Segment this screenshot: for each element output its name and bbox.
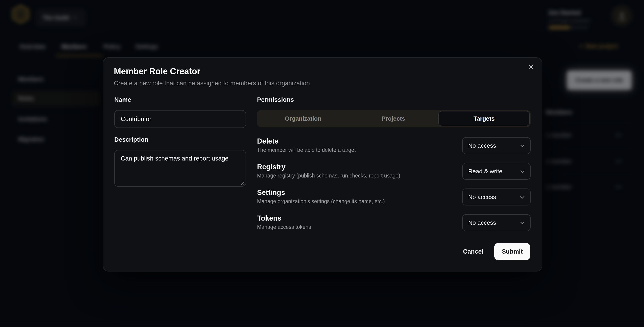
permission-title: Registry xyxy=(257,163,400,171)
cancel-button[interactable]: Cancel xyxy=(463,248,483,255)
permission-row-tokens: Tokens Manage access tokens No access xyxy=(257,214,530,231)
app-screen: The Guild Get Started 4 of 8 tasks compl… xyxy=(0,0,644,327)
close-icon[interactable]: ✕ xyxy=(528,64,534,70)
delete-access-select[interactable]: No access xyxy=(462,137,530,154)
chevron-down-icon xyxy=(520,196,525,198)
permission-title: Delete xyxy=(257,137,356,145)
chevron-down-icon xyxy=(520,221,525,224)
permission-description: The member will be able to delete a targ… xyxy=(257,147,356,153)
permission-description: Manage registry (publish schemas, run ch… xyxy=(257,173,400,178)
description-label: Description xyxy=(114,136,148,143)
settings-access-select[interactable]: No access xyxy=(462,189,530,205)
scope-tab-targets[interactable]: Targets xyxy=(438,111,530,126)
tokens-access-select[interactable]: No access xyxy=(462,214,530,231)
description-textarea[interactable]: Can publish schemas and report usage xyxy=(114,150,246,187)
permission-row-delete: Delete The member will be able to delete… xyxy=(257,137,530,154)
permission-title: Tokens xyxy=(257,214,311,222)
chevron-down-icon xyxy=(520,144,525,147)
permission-description: Manage organization's settings (change i… xyxy=(257,199,385,204)
permission-description: Manage access tokens xyxy=(257,224,311,230)
dialog-subtitle: Create a new role that can be assigned t… xyxy=(114,80,312,87)
dialog-title: Member Role Creator xyxy=(114,66,200,77)
name-input[interactable] xyxy=(114,110,246,128)
permissions-label: Permissions xyxy=(257,96,294,103)
dialog-footer: Cancel Submit xyxy=(463,243,530,260)
scope-tab-projects[interactable]: Projects xyxy=(348,111,438,126)
permission-row-settings: Settings Manage organization's settings … xyxy=(257,189,530,205)
member-role-creator-dialog: ✕ Member Role Creator Create a new role … xyxy=(103,57,542,272)
name-label: Name xyxy=(114,96,131,103)
permission-row-registry: Registry Manage registry (publish schema… xyxy=(257,163,530,180)
permission-title: Settings xyxy=(257,189,385,197)
resize-handle-icon[interactable] xyxy=(240,181,245,185)
scope-tab-organization[interactable]: Organization xyxy=(258,111,348,126)
description-field-wrap: Can publish schemas and report usage xyxy=(114,150,246,187)
permission-rows: Delete The member will be able to delete… xyxy=(257,137,530,231)
submit-button[interactable]: Submit xyxy=(494,243,530,260)
permissions-scope-tabs: Organization Projects Targets xyxy=(257,110,530,127)
chevron-down-icon xyxy=(520,170,525,173)
registry-access-select[interactable]: Read & write xyxy=(462,163,530,180)
